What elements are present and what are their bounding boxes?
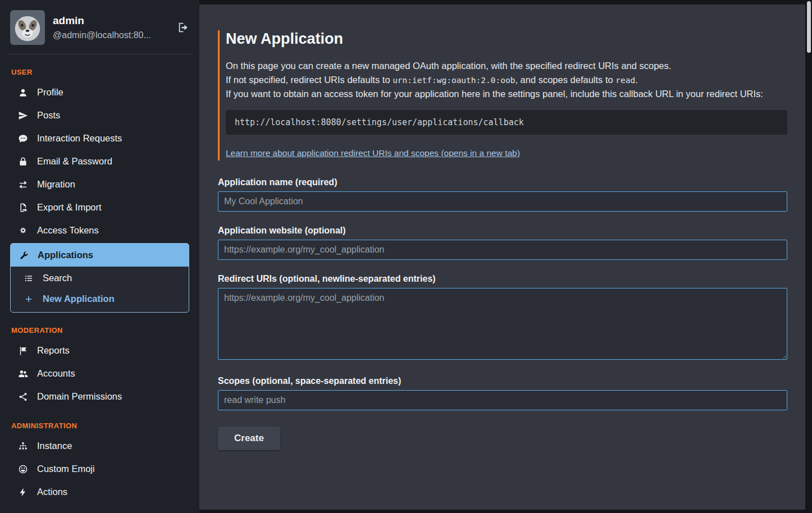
page-title: New Application [226,30,787,48]
application-website-field-group: Application website (optional) [218,226,787,260]
application-name-input[interactable] [218,191,787,212]
scrollbar[interactable] [805,0,812,513]
sidebar-item-applications[interactable]: Applications [11,244,189,267]
sidebar-item-custom-emoji[interactable]: Custom Emoji [10,457,189,480]
sidebar-item-label: Reports [37,345,70,356]
sidebar-item-profile[interactable]: Profile [10,81,189,104]
settings-app: admin @admin@localhost:80... USER Profil… [0,0,812,513]
username: admin [53,15,167,27]
wrench-icon [18,250,29,260]
sidebar-item-label: Export & Import [37,202,102,213]
bolt-icon [17,487,29,497]
sidebar-item-label: Interaction Requests [37,133,122,144]
sidebar-item-access-tokens[interactable]: Access Tokens [10,219,189,242]
sidebar-item-migration[interactable]: Migration [10,173,189,196]
smiley-icon [17,464,29,474]
description-line-2-pre: If not specified, redirect URIs defaults… [226,75,393,85]
description-line-1: On this page you can create a new manage… [226,61,671,71]
comment-icon [17,134,29,144]
redirect-uris-textarea[interactable] [218,288,787,360]
sidebar-item-posts[interactable]: Posts [10,104,189,127]
sidebar-item-actions[interactable]: Actions [10,480,189,503]
application-website-label: Application website (optional) [218,226,787,236]
learn-more-link[interactable]: Learn more about application redirect UR… [226,148,520,158]
sidebar-item-label: New Application [43,294,115,304]
sidebar-item-label: Migration [37,179,75,190]
sidebar-item-label: Custom Emoji [37,464,95,474]
users-icon [17,369,29,379]
sidebar-item-label: Actions [37,487,67,497]
share-nodes-icon [17,392,29,402]
main-area: New Application On this page you can cre… [199,0,812,513]
sidebar-item-applications-search[interactable]: Search [11,268,189,288]
application-website-input[interactable] [218,240,787,260]
sidebar-item-label: Applications [38,250,93,260]
sidebar-item-label: Email & Password [37,156,112,167]
sidebar-item-instance[interactable]: Instance [10,434,189,457]
user-handle: @admin@localhost:80... [53,30,167,40]
redirect-uris-field-group: Redirect URIs (optional, newline-separat… [218,274,787,362]
applications-nav-group: Applications Search New Application [10,243,189,313]
avatar [10,10,45,45]
sidebar-item-label: Posts [37,110,60,121]
section-label-administration: ADMINISTRATION [11,422,188,430]
application-name-field-group: Application name (required) [218,177,787,212]
user-info: admin @admin@localhost:80... [53,15,167,40]
description-line-2-mid: , and scopes defaults to [515,75,615,85]
lock-icon [17,157,29,167]
paper-plane-icon [17,111,29,121]
application-name-label: Application name (required) [218,177,787,187]
inline-code-oob: urn:ietf:wg:oauth:2.0:oob [393,76,515,85]
section-label-moderation: MODERATION [11,326,188,335]
sidebar-item-interaction-requests[interactable]: Interaction Requests [10,127,189,150]
user-icon [17,88,29,98]
form-docs: New Application On this page you can cre… [218,30,787,161]
sidebar-item-domain-permissions[interactable]: Domain Permissions [10,385,189,408]
scrollbar-thumb[interactable] [807,1,811,53]
scopes-input[interactable] [218,390,787,410]
new-application-form: Application name (required) Application … [218,177,787,450]
sidebar: admin @admin@localhost:80... USER Profil… [0,0,199,513]
exchange-icon [17,180,29,190]
sidebar-item-label: Profile [37,87,63,98]
file-export-icon [17,203,29,213]
sidebar-item-accounts[interactable]: Accounts [10,362,189,385]
sign-out-icon[interactable] [177,21,189,34]
flag-icon [17,346,29,356]
sidebar-item-reports[interactable]: Reports [10,339,189,362]
scopes-label: Scopes (optional, space-separated entrie… [218,376,787,386]
sitemap-icon [17,441,29,451]
create-button[interactable]: Create [218,427,280,450]
sidebar-item-new-application[interactable]: New Application [11,288,189,309]
certificate-icon [17,226,29,236]
sidebar-item-label: Search [43,273,72,283]
sidebar-item-label: Access Tokens [37,225,99,236]
sidebar-item-label: Instance [37,441,72,451]
sidebar-item-email-password[interactable]: Email & Password [10,150,189,173]
description-line-3: If you want to obtain an access token fo… [226,89,763,99]
redirect-uris-label: Redirect URIs (optional, newline-separat… [218,274,787,284]
description-line-2-post: . [635,75,638,85]
new-application-panel: New Application On this page you can cre… [199,4,805,510]
callback-url-code: http://localhost:8080/settings/user/appl… [226,110,787,135]
description: On this page you can create a new manage… [226,59,787,100]
sidebar-item-label: Accounts [37,368,75,379]
user-card[interactable]: admin @admin@localhost:80... [7,6,193,54]
sidebar-item-label: Domain Permissions [37,391,122,402]
applications-subnav: Search New Application [11,267,189,312]
plus-icon [23,294,34,304]
scopes-field-group: Scopes (optional, space-separated entrie… [218,376,787,410]
sloth-avatar-image [10,10,45,45]
sidebar-item-export-import[interactable]: Export & Import [10,196,189,219]
inline-code-read: read [615,76,635,85]
section-label-user: USER [11,68,188,76]
list-icon [23,273,34,283]
